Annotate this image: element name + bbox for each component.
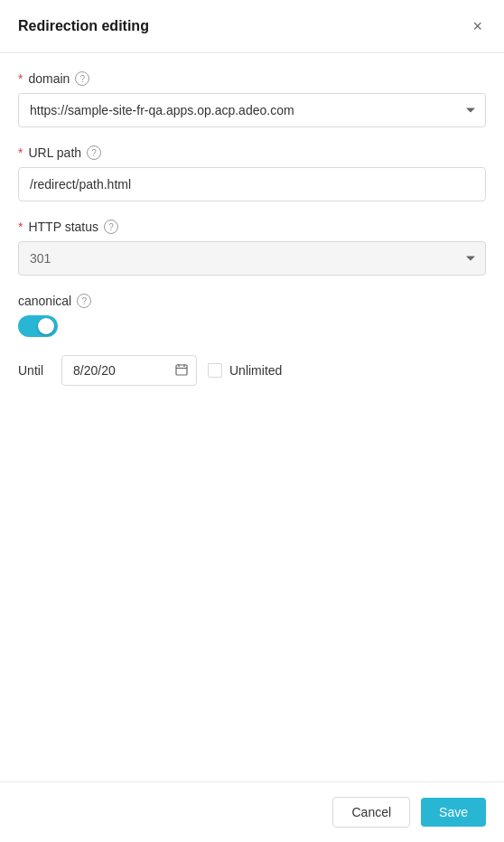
url-path-label: * URL path ? [18, 145, 486, 160]
http-status-help-icon[interactable]: ? [104, 220, 118, 234]
until-label: Until [18, 363, 51, 378]
canonical-help-icon[interactable]: ? [77, 294, 91, 308]
http-status-select[interactable]: 301302 [18, 241, 486, 276]
url-path-help-icon[interactable]: ? [87, 145, 101, 160]
required-star-domain: * [18, 71, 23, 86]
until-row: Until Unlimited [18, 355, 486, 386]
toggle-slider [18, 315, 58, 337]
domain-help-icon[interactable]: ? [75, 71, 89, 86]
modal-body: * domain ? https://sample-site-fr-qa.app… [0, 53, 504, 781]
canonical-toggle[interactable] [18, 315, 58, 337]
http-status-label-text: HTTP status [28, 220, 98, 234]
required-star-http-status: * [18, 220, 23, 234]
canonical-label-text: canonical [18, 294, 71, 308]
close-button[interactable]: × [469, 14, 486, 38]
http-status-label: * HTTP status ? [18, 220, 486, 234]
domain-select-wrapper: https://sample-site-fr-qa.apps.op.acp.ad… [18, 93, 486, 127]
http-status-select-wrapper: 301302 [18, 241, 486, 276]
date-input-wrapper [61, 355, 197, 386]
unlimited-checkbox[interactable] [208, 363, 222, 378]
unlimited-row: Unlimited [208, 363, 282, 378]
canonical-label: canonical ? [18, 294, 486, 308]
http-status-field-group: * HTTP status ? 301302 [18, 220, 486, 276]
required-star-url-path: * [18, 145, 23, 160]
url-path-label-text: URL path [28, 145, 81, 160]
redirection-editing-modal: Redirection editing × * domain ? https:/… [0, 0, 504, 842]
modal-title: Redirection editing [18, 18, 149, 34]
unlimited-label: Unlimited [229, 363, 282, 378]
url-path-input[interactable] [18, 167, 486, 201]
domain-label: * domain ? [18, 71, 486, 86]
modal-footer: Cancel Save [0, 781, 504, 842]
domain-field-group: * domain ? https://sample-site-fr-qa.app… [18, 71, 486, 127]
until-date-input[interactable] [61, 355, 197, 386]
domain-label-text: domain [28, 71, 70, 86]
modal-header: Redirection editing × [0, 0, 504, 53]
cancel-button[interactable]: Cancel [332, 797, 410, 828]
domain-select[interactable]: https://sample-site-fr-qa.apps.op.acp.ad… [18, 93, 486, 127]
save-button[interactable]: Save [421, 798, 486, 827]
canonical-toggle-row [18, 315, 486, 337]
canonical-field-group: canonical ? [18, 294, 486, 337]
url-path-field-group: * URL path ? [18, 145, 486, 201]
